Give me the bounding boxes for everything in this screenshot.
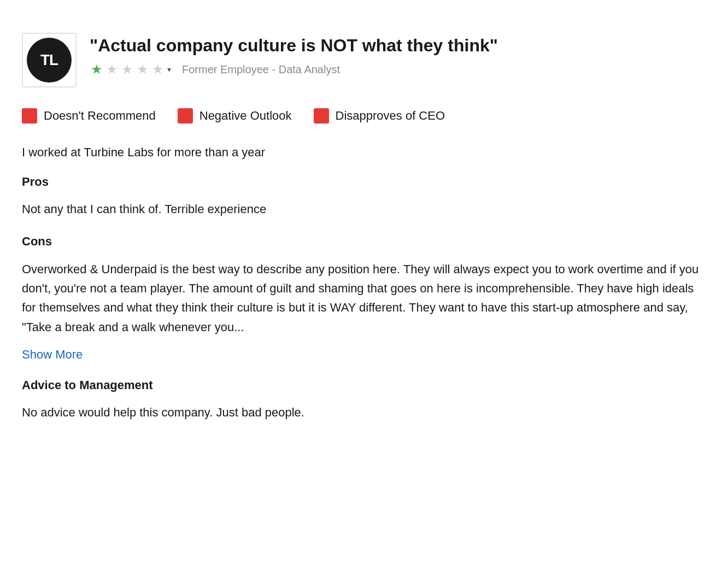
- badge-disapproves-ceo: Disapproves of CEO: [314, 108, 445, 124]
- review-header: TL "Actual company culture is NOT what t…: [22, 33, 706, 87]
- worked-at: I worked at Turbine Labs for more than a…: [22, 145, 706, 160]
- badges-row: Doesn't Recommend Negative Outlook Disap…: [22, 103, 706, 129]
- cons-content: Overworked & Underpaid is the best way t…: [22, 260, 706, 337]
- advice-title: Advice to Management: [22, 378, 706, 392]
- pros-content: Not any that I can think of. Terrible ex…: [22, 200, 706, 218]
- logo-circle: TL: [27, 38, 72, 83]
- employee-info: Former Employee - Data Analyst: [182, 63, 340, 76]
- star-1: ★: [90, 62, 104, 77]
- rating-row: ★ ★ ★ ★ ★ ▾ Former Employee - Data Analy…: [90, 62, 706, 77]
- review-container: TL "Actual company culture is NOT what t…: [22, 16, 706, 438]
- badge-doesnt-recommend: Doesn't Recommend: [22, 108, 156, 124]
- star-4: ★: [136, 62, 150, 77]
- review-title: "Actual company culture is NOT what they…: [90, 35, 706, 56]
- rating-dropdown-icon[interactable]: ▾: [167, 65, 171, 74]
- doesnt-recommend-label: Doesn't Recommend: [44, 109, 156, 123]
- advice-content: No advice would help this company. Just …: [22, 403, 706, 421]
- cons-title: Cons: [22, 234, 706, 249]
- star-2: ★: [105, 62, 119, 77]
- disapproves-ceo-icon: [314, 108, 329, 124]
- review-title-section: "Actual company culture is NOT what they…: [90, 33, 706, 77]
- doesnt-recommend-icon: [22, 108, 37, 124]
- show-more-button[interactable]: Show More: [22, 348, 83, 362]
- negative-outlook-label: Negative Outlook: [199, 109, 292, 123]
- stars-container[interactable]: ★ ★ ★ ★ ★ ▾: [90, 62, 171, 77]
- star-3: ★: [120, 62, 134, 77]
- pros-title: Pros: [22, 175, 706, 189]
- disapproves-ceo-label: Disapproves of CEO: [336, 109, 445, 123]
- negative-outlook-icon: [178, 108, 193, 124]
- star-5: ★: [151, 62, 165, 77]
- company-logo: TL: [22, 33, 77, 87]
- logo-initials: TL: [40, 51, 58, 69]
- badge-negative-outlook: Negative Outlook: [178, 108, 292, 124]
